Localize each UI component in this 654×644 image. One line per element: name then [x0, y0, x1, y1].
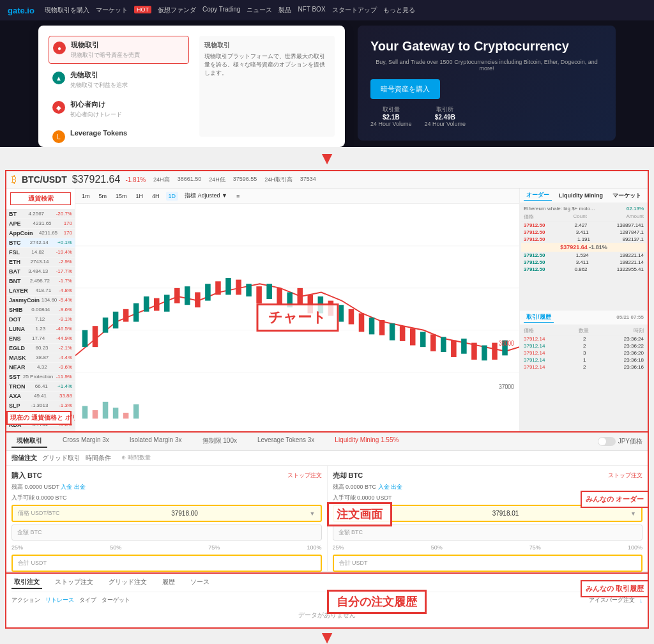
order-row[interactable]: 37912.50 1.534 198221.14	[521, 252, 646, 259]
sell-pct-25[interactable]: 25%	[333, 544, 344, 551]
tab-unlimited[interactable]: 無制限 100x	[197, 435, 242, 448]
pct-50[interactable]: 50%	[110, 544, 121, 551]
tab-grid-trade[interactable]: グリッド取引	[42, 454, 80, 463]
nav-product[interactable]: 製品	[278, 6, 291, 15]
buy-form-title-row: 購入 BTC ストップ注文	[11, 471, 322, 480]
currency-item[interactable]: SST 25 Protection -11.9%	[6, 372, 75, 382]
tab-limit-order[interactable]: 指値注文	[11, 454, 37, 463]
nav-news[interactable]: ニュース	[247, 6, 272, 15]
pct-25[interactable]: 25%	[11, 544, 23, 551]
currency-item[interactable]: DOT 7.12 -9.1%	[6, 315, 75, 325]
currency-item[interactable]: FSL 14.82 -19.4%	[6, 248, 75, 257]
tab-open-orders[interactable]: 取引注文	[11, 576, 42, 589]
currency-item[interactable]: SHIB 0.00844 -9.6%	[6, 305, 75, 315]
currency-item[interactable]: EGLD 60.23 -2.1%	[6, 344, 75, 353]
nav-market[interactable]: マーケット	[96, 6, 128, 15]
svg-rect-34	[379, 320, 385, 335]
gate-logo[interactable]: gate.io	[8, 6, 34, 15]
filter-retrade[interactable]: リトレース	[45, 596, 74, 604]
currency-item[interactable]: AXA 49.41 33.88	[6, 392, 75, 401]
buy-crypto-button[interactable]: 暗号資産を購入	[370, 79, 440, 99]
currency-item[interactable]: BT 4.2567 -20.7%	[6, 210, 75, 219]
order-info-link[interactable]: ⊕ 時間数量	[121, 454, 151, 463]
sell-price-dropdown[interactable]: ▼	[630, 510, 636, 517]
chart-tab-indicators[interactable]: 指標 Adjusted ▼	[182, 190, 230, 201]
pct-100[interactable]: 100%	[307, 544, 321, 551]
sell-pct-100[interactable]: 100%	[628, 544, 643, 551]
trade-history-tab[interactable]: 取引/履歴	[524, 312, 554, 323]
currency-item[interactable]: TRON 66.41 +1.4%	[6, 382, 75, 392]
currency-item[interactable]: APE 4231.65 170	[6, 219, 75, 229]
chart-tab-time-1h[interactable]: 1H	[133, 192, 146, 201]
buy-price-dropdown[interactable]: ▼	[310, 510, 316, 517]
currency-item[interactable]: BNT 2.498.72 -1.7%	[6, 277, 75, 286]
buy-amount-field[interactable]: 金額 BTC	[11, 525, 322, 540]
pct-75[interactable]: 75%	[208, 544, 220, 551]
buy-stop-link[interactable]: ストップ注文	[287, 471, 322, 480]
currency-item[interactable]: LUNA 1.23 -46.5%	[6, 325, 75, 334]
tab-spot[interactable]: 現物取引	[11, 435, 47, 448]
jpy-toggle[interactable]: JPY価格	[598, 435, 643, 448]
currency-item[interactable]: MASK 38.87 -4.4%	[6, 353, 75, 363]
nav-fund[interactable]: 仮想ファンダ	[158, 6, 196, 15]
sell-total-field[interactable]: 合計 USDT	[333, 555, 643, 572]
sell-stop-link[interactable]: ストップ注文	[608, 471, 643, 480]
chart-tab-time-5m[interactable]: 5m	[96, 192, 110, 201]
tab-history-orders[interactable]: 履歴	[160, 576, 178, 589]
tab-liquidity-mining[interactable]: Liquidity Mining 1.55%	[330, 435, 404, 448]
chart-tab-time-15m[interactable]: 15m	[113, 192, 130, 201]
buy-total-field[interactable]: 合計 USDT	[11, 555, 322, 572]
currency-item[interactable]: AppCoin 4211.65 170	[6, 229, 75, 238]
chart-tab-more[interactable]: ≡	[234, 192, 242, 201]
tab-source-orders[interactable]: ソース	[188, 576, 212, 589]
currency-item[interactable]: LAYER 418.71 -4.8%	[6, 286, 75, 296]
menu-item-beginner[interactable]: ◆ 初心者向け 初心者向けトレード	[49, 96, 189, 123]
tab-stop-orders[interactable]: ストップ注文	[52, 576, 96, 589]
buy-withdraw-link[interactable]: 出金	[74, 484, 86, 490]
sell-withdraw-link[interactable]: 出金	[391, 484, 402, 490]
menu-item-spot[interactable]: ● 現物取引 現物取引で暗号資産を売買	[49, 36, 189, 64]
order-row[interactable]: 37912.50 2.427 138897.141	[521, 222, 646, 229]
currency-item[interactable]: SLP -1.3013 -1.3%	[6, 401, 75, 411]
sell-form: 売却 BTC ストップ注文 残高 0.0000 BTC 入金 出金 入手可能 0…	[328, 466, 648, 571]
sell-pct-75[interactable]: 75%	[529, 544, 541, 551]
currency-item[interactable]: BTC 2742.14 +0.1%	[6, 238, 75, 248]
tab-grid-orders[interactable]: グリッド注文	[106, 576, 149, 589]
sell-pct-50[interactable]: 50%	[431, 544, 443, 551]
currency-item[interactable]: ENS 17.74 -44.9%	[6, 334, 75, 344]
sell-amount-field[interactable]: 金額 BTC	[333, 525, 643, 540]
nav-more[interactable]: もっと見る	[383, 6, 415, 15]
currency-item[interactable]: NEAR 4.32 -9.6%	[6, 363, 75, 372]
nav-copy[interactable]: Copy Trading	[202, 6, 240, 15]
currency-item[interactable]: BAT 3.484.13 -17.7%	[6, 267, 75, 277]
chart-tab-time-1d[interactable]: 1D	[166, 192, 179, 201]
menu-item-futures[interactable]: ▲ 先物取引 先物取引で利益を追求	[49, 66, 189, 93]
nav-hot[interactable]: HOT	[134, 6, 151, 15]
order-row[interactable]: 37912.50 0.862 1322955.41	[521, 266, 646, 273]
buy-deposit-link[interactable]: 入金	[61, 484, 72, 490]
nav-nft[interactable]: NFT BOX	[298, 6, 325, 15]
pair-name[interactable]: BTC/USDT	[22, 174, 67, 185]
order-book-tab[interactable]: オーダー	[524, 190, 552, 201]
nav-startup[interactable]: スタートアップ	[332, 6, 377, 15]
buy-price-field[interactable]: 価格 USDT/BTC 37918.00 ▼	[11, 505, 322, 522]
currency-item[interactable]: ETH 2743.14 -2.9%	[6, 257, 75, 267]
market-tab[interactable]: マーケット	[610, 191, 644, 201]
tab-cross-margin[interactable]: Cross Margin 3x	[57, 435, 114, 448]
iceberg-export[interactable]: ↓	[640, 597, 643, 604]
order-row[interactable]: 37912.50 3.411 1287847.1	[521, 229, 646, 236]
tab-time-condition[interactable]: 時間条件	[86, 454, 111, 463]
sell-deposit-link[interactable]: 入金	[378, 484, 390, 490]
nav-spot[interactable]: 現物取引を購入	[45, 6, 89, 15]
menu-item-leverage[interactable]: L Leverage Tokens	[49, 125, 189, 147]
chart-tab-time-1m[interactable]: 1m	[79, 192, 93, 201]
currency-item[interactable]: JasmyCoin 134.60 -5.4%	[6, 296, 75, 305]
order-row[interactable]: 37912.50 1.191 892137.1	[521, 236, 646, 243]
tab-isolated[interactable]: Isolated Margin 3x	[125, 435, 187, 448]
pair-price: $37921.64	[72, 174, 121, 185]
chart-tab-time-4h[interactable]: 4H	[149, 192, 162, 201]
liquidity-mining-tab[interactable]: Liquidity Mining	[556, 192, 605, 199]
tab-leverage-tokens[interactable]: Leverage Tokens 3x	[252, 435, 319, 448]
order-row[interactable]: 37912.50 3.411 198221.14	[521, 259, 646, 266]
jpy-toggle-switch[interactable]	[598, 437, 616, 446]
